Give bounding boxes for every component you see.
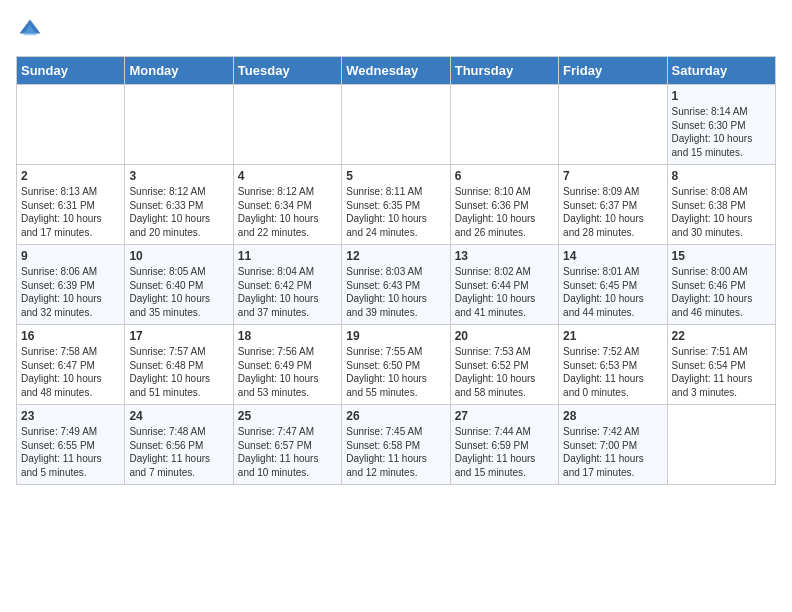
column-header-monday: Monday	[125, 57, 233, 85]
calendar-cell: 24Sunrise: 7:48 AM Sunset: 6:56 PM Dayli…	[125, 405, 233, 485]
calendar-cell: 11Sunrise: 8:04 AM Sunset: 6:42 PM Dayli…	[233, 245, 341, 325]
column-header-thursday: Thursday	[450, 57, 558, 85]
day-number: 12	[346, 249, 445, 263]
day-number: 10	[129, 249, 228, 263]
calendar-week-2: 2Sunrise: 8:13 AM Sunset: 6:31 PM Daylig…	[17, 165, 776, 245]
day-number: 22	[672, 329, 771, 343]
day-info: Sunrise: 7:58 AM Sunset: 6:47 PM Dayligh…	[21, 345, 120, 399]
calendar-cell: 14Sunrise: 8:01 AM Sunset: 6:45 PM Dayli…	[559, 245, 667, 325]
day-info: Sunrise: 7:48 AM Sunset: 6:56 PM Dayligh…	[129, 425, 228, 479]
day-info: Sunrise: 8:12 AM Sunset: 6:33 PM Dayligh…	[129, 185, 228, 239]
calendar-cell: 16Sunrise: 7:58 AM Sunset: 6:47 PM Dayli…	[17, 325, 125, 405]
logo	[16, 16, 48, 44]
day-info: Sunrise: 8:05 AM Sunset: 6:40 PM Dayligh…	[129, 265, 228, 319]
day-number: 3	[129, 169, 228, 183]
day-number: 13	[455, 249, 554, 263]
day-number: 27	[455, 409, 554, 423]
day-number: 26	[346, 409, 445, 423]
day-number: 6	[455, 169, 554, 183]
calendar-header-row: SundayMondayTuesdayWednesdayThursdayFrid…	[17, 57, 776, 85]
day-info: Sunrise: 7:53 AM Sunset: 6:52 PM Dayligh…	[455, 345, 554, 399]
day-number: 21	[563, 329, 662, 343]
calendar-week-5: 23Sunrise: 7:49 AM Sunset: 6:55 PM Dayli…	[17, 405, 776, 485]
calendar-week-1: 1Sunrise: 8:14 AM Sunset: 6:30 PM Daylig…	[17, 85, 776, 165]
day-number: 15	[672, 249, 771, 263]
day-info: Sunrise: 7:42 AM Sunset: 7:00 PM Dayligh…	[563, 425, 662, 479]
calendar-cell: 26Sunrise: 7:45 AM Sunset: 6:58 PM Dayli…	[342, 405, 450, 485]
calendar-cell: 28Sunrise: 7:42 AM Sunset: 7:00 PM Dayli…	[559, 405, 667, 485]
calendar-cell: 12Sunrise: 8:03 AM Sunset: 6:43 PM Dayli…	[342, 245, 450, 325]
calendar-cell	[125, 85, 233, 165]
calendar-cell: 19Sunrise: 7:55 AM Sunset: 6:50 PM Dayli…	[342, 325, 450, 405]
day-number: 14	[563, 249, 662, 263]
day-number: 25	[238, 409, 337, 423]
calendar-cell: 4Sunrise: 8:12 AM Sunset: 6:34 PM Daylig…	[233, 165, 341, 245]
calendar-week-3: 9Sunrise: 8:06 AM Sunset: 6:39 PM Daylig…	[17, 245, 776, 325]
day-number: 17	[129, 329, 228, 343]
day-info: Sunrise: 8:02 AM Sunset: 6:44 PM Dayligh…	[455, 265, 554, 319]
day-number: 18	[238, 329, 337, 343]
day-number: 23	[21, 409, 120, 423]
day-number: 28	[563, 409, 662, 423]
calendar-cell: 5Sunrise: 8:11 AM Sunset: 6:35 PM Daylig…	[342, 165, 450, 245]
column-header-sunday: Sunday	[17, 57, 125, 85]
calendar-week-4: 16Sunrise: 7:58 AM Sunset: 6:47 PM Dayli…	[17, 325, 776, 405]
calendar-cell: 2Sunrise: 8:13 AM Sunset: 6:31 PM Daylig…	[17, 165, 125, 245]
day-number: 1	[672, 89, 771, 103]
day-number: 20	[455, 329, 554, 343]
day-number: 8	[672, 169, 771, 183]
calendar-cell	[233, 85, 341, 165]
day-info: Sunrise: 7:44 AM Sunset: 6:59 PM Dayligh…	[455, 425, 554, 479]
calendar-cell: 21Sunrise: 7:52 AM Sunset: 6:53 PM Dayli…	[559, 325, 667, 405]
calendar-cell: 3Sunrise: 8:12 AM Sunset: 6:33 PM Daylig…	[125, 165, 233, 245]
day-info: Sunrise: 8:00 AM Sunset: 6:46 PM Dayligh…	[672, 265, 771, 319]
calendar-cell: 25Sunrise: 7:47 AM Sunset: 6:57 PM Dayli…	[233, 405, 341, 485]
calendar-cell	[17, 85, 125, 165]
calendar-table: SundayMondayTuesdayWednesdayThursdayFrid…	[16, 56, 776, 485]
day-info: Sunrise: 7:57 AM Sunset: 6:48 PM Dayligh…	[129, 345, 228, 399]
day-info: Sunrise: 8:03 AM Sunset: 6:43 PM Dayligh…	[346, 265, 445, 319]
day-info: Sunrise: 8:06 AM Sunset: 6:39 PM Dayligh…	[21, 265, 120, 319]
day-number: 4	[238, 169, 337, 183]
day-info: Sunrise: 7:52 AM Sunset: 6:53 PM Dayligh…	[563, 345, 662, 399]
column-header-saturday: Saturday	[667, 57, 775, 85]
calendar-cell: 7Sunrise: 8:09 AM Sunset: 6:37 PM Daylig…	[559, 165, 667, 245]
calendar-cell: 9Sunrise: 8:06 AM Sunset: 6:39 PM Daylig…	[17, 245, 125, 325]
day-number: 9	[21, 249, 120, 263]
day-number: 5	[346, 169, 445, 183]
day-info: Sunrise: 8:14 AM Sunset: 6:30 PM Dayligh…	[672, 105, 771, 159]
day-info: Sunrise: 8:04 AM Sunset: 6:42 PM Dayligh…	[238, 265, 337, 319]
calendar-cell: 27Sunrise: 7:44 AM Sunset: 6:59 PM Dayli…	[450, 405, 558, 485]
day-info: Sunrise: 7:55 AM Sunset: 6:50 PM Dayligh…	[346, 345, 445, 399]
day-info: Sunrise: 8:08 AM Sunset: 6:38 PM Dayligh…	[672, 185, 771, 239]
calendar-cell: 18Sunrise: 7:56 AM Sunset: 6:49 PM Dayli…	[233, 325, 341, 405]
day-info: Sunrise: 8:13 AM Sunset: 6:31 PM Dayligh…	[21, 185, 120, 239]
day-number: 7	[563, 169, 662, 183]
column-header-tuesday: Tuesday	[233, 57, 341, 85]
day-info: Sunrise: 7:51 AM Sunset: 6:54 PM Dayligh…	[672, 345, 771, 399]
calendar-cell: 23Sunrise: 7:49 AM Sunset: 6:55 PM Dayli…	[17, 405, 125, 485]
calendar-cell: 8Sunrise: 8:08 AM Sunset: 6:38 PM Daylig…	[667, 165, 775, 245]
calendar-cell: 15Sunrise: 8:00 AM Sunset: 6:46 PM Dayli…	[667, 245, 775, 325]
calendar-cell	[667, 405, 775, 485]
day-info: Sunrise: 8:10 AM Sunset: 6:36 PM Dayligh…	[455, 185, 554, 239]
page-header	[16, 16, 776, 44]
day-info: Sunrise: 7:56 AM Sunset: 6:49 PM Dayligh…	[238, 345, 337, 399]
calendar-cell	[559, 85, 667, 165]
day-info: Sunrise: 8:12 AM Sunset: 6:34 PM Dayligh…	[238, 185, 337, 239]
logo-icon	[16, 16, 44, 44]
calendar-cell	[450, 85, 558, 165]
calendar-cell: 6Sunrise: 8:10 AM Sunset: 6:36 PM Daylig…	[450, 165, 558, 245]
day-number: 24	[129, 409, 228, 423]
day-info: Sunrise: 8:11 AM Sunset: 6:35 PM Dayligh…	[346, 185, 445, 239]
calendar-cell	[342, 85, 450, 165]
day-number: 2	[21, 169, 120, 183]
day-info: Sunrise: 8:01 AM Sunset: 6:45 PM Dayligh…	[563, 265, 662, 319]
calendar-cell: 22Sunrise: 7:51 AM Sunset: 6:54 PM Dayli…	[667, 325, 775, 405]
calendar-cell: 20Sunrise: 7:53 AM Sunset: 6:52 PM Dayli…	[450, 325, 558, 405]
day-number: 11	[238, 249, 337, 263]
day-info: Sunrise: 7:45 AM Sunset: 6:58 PM Dayligh…	[346, 425, 445, 479]
day-info: Sunrise: 7:49 AM Sunset: 6:55 PM Dayligh…	[21, 425, 120, 479]
day-info: Sunrise: 7:47 AM Sunset: 6:57 PM Dayligh…	[238, 425, 337, 479]
calendar-cell: 17Sunrise: 7:57 AM Sunset: 6:48 PM Dayli…	[125, 325, 233, 405]
